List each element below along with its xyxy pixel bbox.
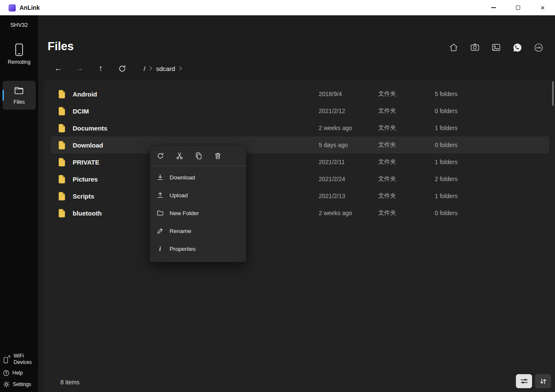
main-area: Files [38,15,555,392]
minimize-icon [491,7,496,8]
breadcrumb: / > sdcard > [144,65,182,72]
file-row-dcim[interactable]: DCIM 2021/2/12 文件夹 0 folders [51,102,549,119]
rename-icon [156,227,164,235]
refresh-button[interactable] [115,61,129,76]
file-date: 2 weeks ago [319,125,378,131]
scrollbar-thumb[interactable] [552,81,554,106]
file-row-documents[interactable]: Documents 2 weeks ago 文件夹 1 folders [51,119,549,136]
sidebar-item-files[interactable]: Files [3,81,36,110]
phone-icon [14,43,24,56]
breadcrumb-root[interactable]: / [144,65,145,72]
folder-icon [58,90,65,99]
breadcrumb-sdcard[interactable]: sdcard [156,65,175,72]
menu-item-label: New Folder [170,210,199,216]
home-icon[interactable] [449,43,459,52]
close-icon: ✕ [541,5,545,11]
context-menu-item-new-folder[interactable]: New Folder [150,204,246,222]
new-folder-icon [156,210,164,217]
sidebar-bottom: WiFi Devices Help Settings [0,353,38,392]
active-indicator [3,90,4,101]
forward-button[interactable]: → [72,61,87,76]
sidebar-item-label: Remoting [8,59,31,65]
sidebar-item-wifi-devices[interactable]: WiFi Devices [3,353,35,365]
svg-text:LINE: LINE [536,46,541,48]
file-count: 0 folders [435,142,547,148]
context-menu-item-properties[interactable]: i Properties [150,240,246,258]
maximize-icon [516,6,520,10]
chevron-right-icon: > [179,64,182,73]
file-date: 2021/2/13 [319,193,378,199]
sliders-icon [520,378,528,385]
file-count: 1 folders [435,193,547,199]
sidebar-item-remoting[interactable]: Remoting [3,39,36,70]
items-count: 8 items [60,379,79,386]
context-menu-item-download[interactable]: Download [150,168,246,186]
file-row-scripts[interactable]: Scripts 2021/2/13 文件夹 1 folders [51,187,549,205]
file-count: 1 folders [435,125,547,131]
menu-item-label: Upload [170,192,188,199]
window-controls: ✕ [481,0,555,15]
file-date: 2021/2/12 [319,108,378,114]
folder-icon [58,124,65,133]
folder-icon [58,158,65,167]
file-list-panel: Android 2018/9/4 文件夹 5 folders DCIM 2021… [44,80,555,392]
file-row-private[interactable]: PRIVATE 2021/2/11 文件夹 1 folders [51,153,549,170]
maximize-button[interactable] [506,0,530,15]
file-row-download[interactable]: Download 5 days ago 文件夹 0 folders [51,136,549,153]
file-date: 2 weeks ago [319,210,378,216]
file-date: 2021/2/11 [319,159,378,165]
menu-item-label: Properties [170,246,196,252]
menu-item-label: Download [170,174,195,181]
file-row-pictures[interactable]: Pictures 2021/2/24 文件夹 2 folders [51,170,549,187]
file-date: 5 days ago [319,142,378,148]
file-count: 1 folders [435,159,547,165]
up-down-arrows-icon [539,378,547,385]
delete-icon[interactable] [214,152,221,160]
file-name: Android [73,91,319,98]
refresh-icon[interactable] [156,152,164,160]
device-name: SHV32 [10,22,28,28]
file-type: 文件夹 [378,158,435,166]
copy-icon[interactable] [195,152,202,160]
file-type: 文件夹 [378,124,435,132]
header-icons: LINE [449,43,544,52]
file-type: 文件夹 [378,175,435,183]
file-count: 5 folders [435,91,547,97]
minimize-button[interactable] [481,0,506,15]
back-icon: ← [54,64,62,73]
file-row-bluetooth[interactable]: bluetooth 2 weeks ago 文件夹 0 folders [51,205,549,222]
help-icon [3,370,9,376]
camera-icon[interactable] [470,43,480,52]
file-list: Android 2018/9/4 文件夹 5 folders DCIM 2021… [51,85,549,222]
refresh-icon [118,65,126,73]
upload-icon [156,192,164,199]
sidebar-item-help[interactable]: Help [3,370,35,376]
download-icon [156,174,164,181]
up-button[interactable]: ↑ [93,61,108,76]
gear-icon [3,381,10,388]
context-menu-items: Download Upload New Folder [150,166,246,262]
context-menu-item-upload[interactable]: Upload [150,186,246,204]
cut-icon[interactable] [176,152,183,160]
titlebar: AnLink ✕ [0,0,555,15]
back-button[interactable]: ← [51,61,65,76]
file-name: DCIM [73,108,319,115]
navigation-toolbar: ← → ↑ / > sdcard > [51,61,182,76]
gallery-icon[interactable] [491,43,501,52]
file-row-android[interactable]: Android 2018/9/4 文件夹 5 folders [51,85,549,102]
folder-icon [58,209,65,218]
properties-icon: i [156,245,164,253]
folder-icon [58,192,65,201]
line-icon[interactable]: LINE [534,43,544,52]
file-count: 2 folders [435,176,547,182]
view-options-button[interactable] [516,374,532,388]
context-menu-quick-actions [150,146,246,166]
transfers-button[interactable] [535,374,551,388]
file-type: 文件夹 [378,192,435,200]
sidebar-item-settings[interactable]: Settings [3,381,35,388]
close-button[interactable]: ✕ [530,0,555,15]
sidebar-item-label: Files [14,99,25,105]
whatsapp-icon[interactable] [513,43,522,52]
context-menu-item-rename[interactable]: Rename [150,222,246,240]
file-date: 2021/2/24 [319,176,378,182]
